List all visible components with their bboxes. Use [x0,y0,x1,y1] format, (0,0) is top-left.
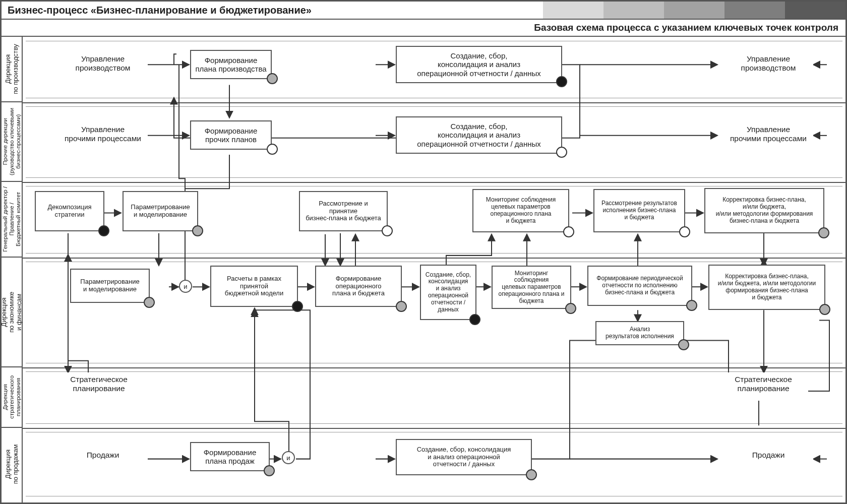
control-dot-white [563,226,574,237]
lane-label: Дирекцияпо производству [5,44,20,94]
offpage-manage-production-out: Управлениепроизводством [723,51,813,81]
lane-label: Дирекциястратегическогопланирования [2,375,22,419]
swatch [603,2,664,19]
box-review-results: Рассмотрение результатовисполнения бизне… [593,189,685,232]
gate-and-2: и [282,451,295,464]
box-report-prod: Создание, сбор,консолидация и анализопер… [396,46,562,83]
control-dot-grey [565,303,576,314]
control-dot-grey [396,301,407,312]
control-dot-white [556,147,567,158]
box-budget-calc: Расчеты в рамкахпринятойбюджетной модели [210,266,298,307]
box-monitor-fin: Мониторинг соблюденияцелевых параметрово… [492,266,571,309]
control-dot-grey [526,469,537,480]
box-report-fin: Создание, сбор,консолидацияи анализопера… [420,265,476,320]
offpage-strategic-right: Стратегическоепланирование [718,372,808,401]
offpage-manage-other-out: Управлениепрочими процессами [723,121,813,152]
box-analysis-results: Анализрезультатов исполнения [595,321,684,345]
control-dot-grey [267,73,278,84]
header-swatches [318,2,845,19]
swimlanes-body: Дирекцияпо производству Прочие дирекции(… [2,37,845,502]
control-dot-grey [818,227,829,238]
subtitle: Базовая схема процесса с указанием ключе… [2,20,845,37]
lane-label: Генеральный директор /Правление /Бюджетн… [2,186,22,252]
header: Бизнес-процесс «Бизнес-планирование и бю… [2,2,845,20]
swatch [543,2,603,19]
control-dot-grey [264,465,275,476]
offpage-sales-out: Продажи [723,443,813,472]
lane-label: Прочие дирекции(руководство ключевымибиз… [2,108,22,175]
control-dot-grey [144,297,155,308]
box-param-model-fin: Параметрированиеи моделирование [70,269,150,303]
control-dot-grey [192,225,203,236]
control-dot-black [556,76,567,87]
page-title: Бизнес-процесс «Бизнес-планирование и бю… [2,2,318,19]
box-param-model-top: Параметрированиеи моделирование [123,191,198,231]
offpage-sales-in: Продажи [58,443,148,472]
control-dot-white [679,226,690,237]
box-monitor-top: Мониторинг соблюденияцелевых параметрово… [472,189,569,232]
lane-label: Дирекцияпо экономикеи финансам [1,291,24,332]
offpage-manage-production-in: Управлениепроизводством [58,51,148,81]
swatch [724,2,785,19]
box-plan-other: Формированиепрочих планов [190,120,272,150]
box-oper-plan-budget: Формированиеоперационногоплана и бюджета [315,266,402,307]
box-decompose-strategy: Декомпозициястратегии [35,191,104,231]
control-dot-grey [819,304,830,315]
control-dot-white [267,144,278,155]
control-dot-black [292,301,303,312]
control-dot-black [98,225,109,236]
box-correct-plan-fin: Корректировка бизнес-плана,и/или бюджета… [708,265,825,310]
box-periodic-report: Формирование периодическойотчетности по … [587,266,692,306]
control-dot-grey [678,339,689,350]
box-plan-production: Формированиеплана производства [190,50,272,79]
gate-and-1: и [179,280,192,293]
control-dot-grey [686,300,697,311]
offpage-manage-other-in: Управлениепрочими процессами [58,121,148,152]
box-plan-sales: Формированиеплана продаж [190,442,270,471]
canvas: Управлениепроизводством Формированиеплан… [23,37,845,502]
diagram-frame: Бизнес-процесс «Бизнес-планирование и бю… [0,0,847,504]
control-dot-black [469,314,480,325]
box-report-sales: Создание, сбор, консолидацияи анализ опе… [396,439,532,475]
lane-label: Дирекцияпо продажам [5,445,20,484]
swatch [785,2,845,19]
control-dot-white [382,225,393,236]
offpage-strategic-left: Стратегическоепланирование [54,372,144,401]
box-review-plan-budget: Рассмотрение и принятиебизнес-плана и бю… [299,191,388,231]
lane-labels: Дирекцияпо производству Прочие дирекции(… [2,37,23,502]
swatch [664,2,724,19]
box-report-other: Создание, сбор,консолидация и анализопер… [396,116,562,154]
box-correct-plan-top: Корректировка бизнес-плана,и/или бюджета… [704,188,824,233]
